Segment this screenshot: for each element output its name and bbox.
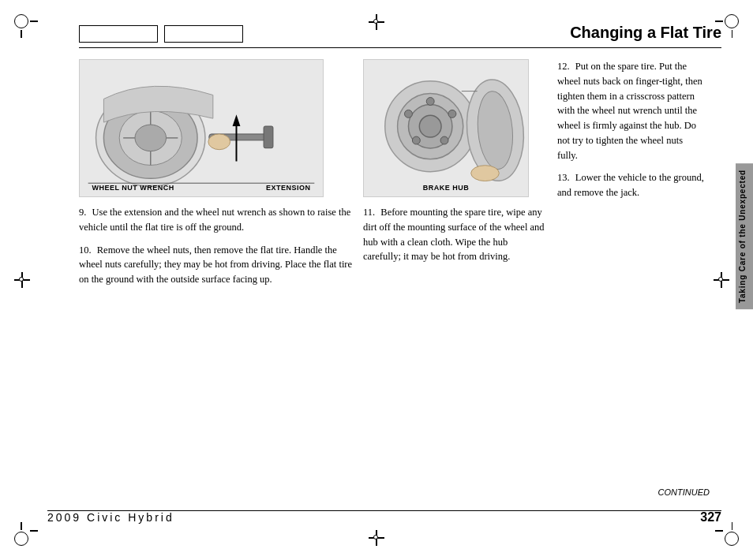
corner-mark-bottom-left (14, 524, 36, 546)
svg-point-25 (471, 165, 500, 181)
svg-point-3 (135, 125, 167, 151)
illus-label-container: WHEEL NUT WRENCH EXTENSION (92, 184, 310, 192)
svg-point-17 (419, 115, 441, 137)
side-tab: Taking Care of the Unexpected (736, 174, 753, 300)
left-column: WHEEL NUT WRENCH EXTENSION 9. Use the ex… (79, 59, 355, 295)
right-column: 12. Put on the spare tire. Put the wheel… (545, 59, 706, 295)
step-9-number: 9. (79, 207, 86, 218)
step-13-text: 13. Lower the vehicle to the ground, and… (557, 170, 706, 200)
nav-box-right[interactable] (164, 25, 243, 43)
step-10-text: 10. Remove the wheel nuts, then remove t… (79, 243, 355, 287)
brake-hub-label: BRAKE HUB (364, 184, 528, 192)
model-label: 2009 Civic Hybrid (47, 511, 174, 524)
center-mark-left (14, 272, 30, 288)
nav-boxes (79, 25, 243, 43)
page-number: 327 (700, 510, 721, 525)
continued-label: CONTINUED (658, 487, 710, 497)
svg-point-22 (405, 110, 413, 118)
nav-box-left[interactable] (79, 25, 158, 43)
extension-label: EXTENSION (266, 184, 311, 192)
step-12-text: 12. Put on the spare tire. Put the wheel… (557, 59, 706, 162)
svg-point-19 (448, 110, 456, 118)
side-tab-label: Taking Care of the Unexpected (736, 163, 753, 309)
svg-point-12 (208, 134, 230, 150)
wheel-nut-wrench-label: WHEEL NUT WRENCH (92, 184, 174, 192)
step-11-number: 11. (363, 207, 375, 218)
corner-mark-bottom-right (717, 524, 739, 546)
corner-mark-top-left (14, 14, 36, 36)
page: Changing a Flat Tire (0, 0, 753, 560)
corner-mark-top-right (717, 14, 739, 36)
step-10-number: 10. (79, 245, 92, 256)
left-illustration: WHEEL NUT WRENCH EXTENSION (79, 59, 324, 197)
middle-column: BRAKE HUB 11. Before mounting the spare … (355, 59, 545, 295)
mid-text-content: 11. Before mounting the spare tire, wipe… (363, 205, 545, 264)
step-9-text: 9. Use the extension and the wheel nut w… (79, 205, 355, 235)
step-12-number: 12. (557, 61, 570, 72)
main-content: WHEEL NUT WRENCH EXTENSION 9. Use the ex… (32, 59, 721, 295)
svg-point-21 (412, 136, 420, 144)
svg-rect-9 (264, 126, 273, 148)
step-13-number: 13. (557, 172, 570, 183)
left-text-content: 9. Use the extension and the wheel nut w… (79, 205, 355, 287)
center-mark-top (369, 14, 384, 30)
page-title: Changing a Flat Tire (570, 24, 721, 42)
svg-point-18 (426, 97, 434, 105)
center-mark-right (714, 272, 729, 288)
mid-illustration: BRAKE HUB (363, 59, 529, 197)
svg-marker-11 (233, 114, 241, 126)
step-11-text: 11. Before mounting the spare tire, wipe… (363, 205, 545, 264)
svg-point-20 (440, 136, 448, 144)
center-mark-bottom (369, 530, 384, 546)
footer: 2009 Civic Hybrid 327 (47, 510, 721, 525)
header-rule (79, 47, 721, 48)
